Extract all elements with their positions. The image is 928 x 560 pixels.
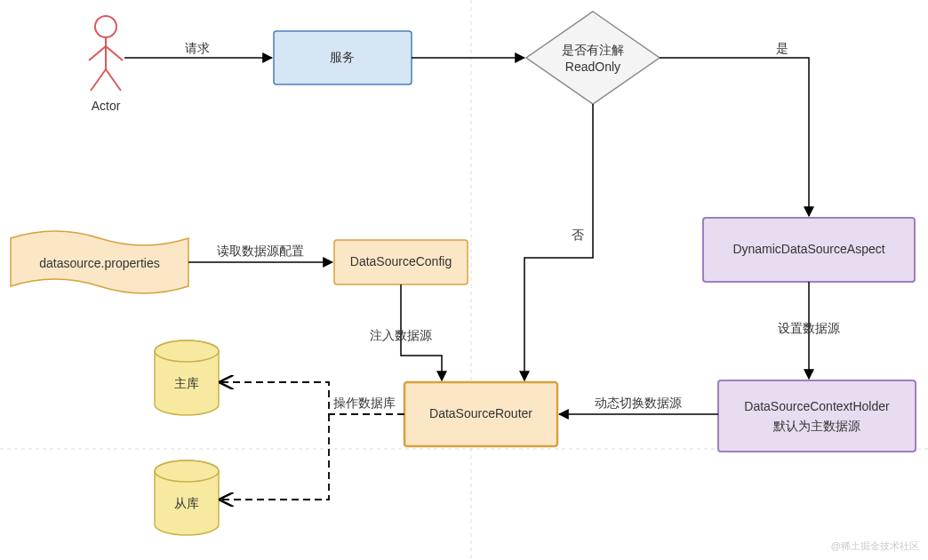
service-label: 服务 xyxy=(330,50,355,64)
svg-line-5 xyxy=(106,46,123,60)
decision-line1: 是否有注解 xyxy=(562,43,624,57)
svg-text:读取数据源配置: 读取数据源配置 xyxy=(217,244,304,258)
edge-to-slave xyxy=(220,414,329,500)
master-label: 主库 xyxy=(174,376,199,390)
edge-no xyxy=(524,104,593,380)
decision-node xyxy=(526,12,660,104)
config-label: DataSourceConfig xyxy=(350,254,452,268)
decision-line2: ReadOnly xyxy=(565,60,620,74)
svg-point-2 xyxy=(95,16,116,37)
holder-line2: 默认为主数据源 xyxy=(772,419,860,433)
flow-diagram: Actor 服务 是否有注解 ReadOnly datasource.prope… xyxy=(0,0,928,560)
holder-line1: DataSourceContextHolder xyxy=(744,399,890,413)
aspect-label: DynamicDataSourceAspect xyxy=(732,242,884,256)
svg-line-4 xyxy=(89,46,106,60)
svg-line-7 xyxy=(106,69,121,91)
svg-line-6 xyxy=(91,69,106,91)
svg-text:操作数据库: 操作数据库 xyxy=(333,396,396,410)
svg-text:注入数据源: 注入数据源 xyxy=(370,328,432,342)
watermark: @稀土掘金技术社区 xyxy=(831,540,919,553)
router-label: DataSourceRouter xyxy=(429,406,532,420)
slave-label: 从库 xyxy=(174,496,199,510)
actor-label: Actor xyxy=(92,99,121,113)
properties-label: datasource.properties xyxy=(39,256,159,270)
holder-node xyxy=(718,380,916,452)
svg-text:设置数据源: 设置数据源 xyxy=(778,321,840,335)
svg-text:动态切换数据源: 动态切换数据源 xyxy=(595,396,682,410)
svg-text:请求: 请求 xyxy=(185,41,210,55)
edge-yes xyxy=(660,58,809,216)
svg-text:否: 否 xyxy=(572,228,584,242)
actor-icon xyxy=(89,16,123,91)
svg-text:是: 是 xyxy=(776,41,788,55)
